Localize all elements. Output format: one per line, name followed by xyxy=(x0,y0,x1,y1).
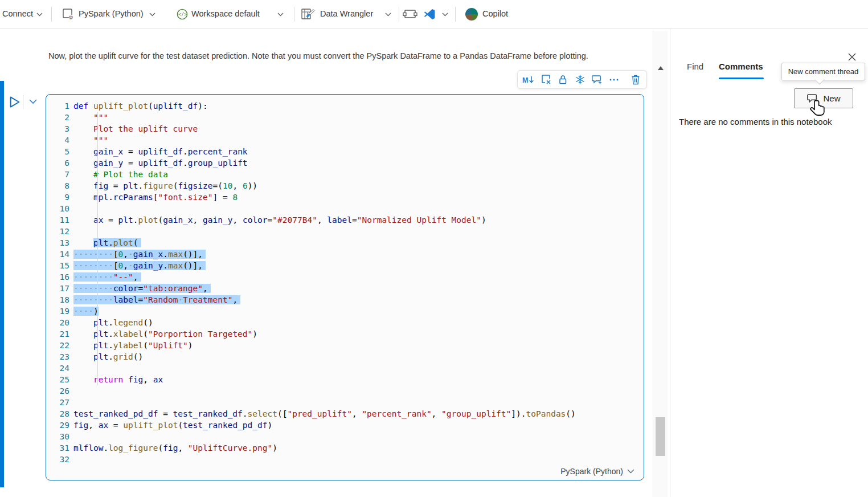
tab-find[interactable]: Find xyxy=(687,62,703,71)
code-line[interactable]: 28test_ranked_pd_df = test_ranked_df.sel… xyxy=(46,408,644,419)
code-line[interactable]: 11 ax = plt.plot(gain_x, gain_y, color="… xyxy=(46,214,644,226)
line-number: 30 xyxy=(46,431,69,442)
convert-to-markdown-icon[interactable]: M xyxy=(522,74,535,85)
notebook-toolbar: Connect ⚙ PySpark (Python) </> Workspace… xyxy=(0,0,868,28)
data-wrangler-icon xyxy=(301,7,316,21)
scroll-up-arrow-icon[interactable] xyxy=(658,66,664,70)
line-number: 2 xyxy=(46,112,69,123)
code-line[interactable]: 18········label="Random·Treatment", xyxy=(46,294,644,305)
line-number: 11 xyxy=(46,214,69,226)
freeze-cell-icon[interactable] xyxy=(574,74,586,85)
more-commands-icon[interactable] xyxy=(608,74,620,85)
code-line[interactable]: 25 return fig, ax xyxy=(46,374,644,385)
data-wrangler-menu[interactable]: Data Wrangler xyxy=(320,9,373,18)
chevron-down-icon[interactable] xyxy=(277,13,284,17)
copilot-menu[interactable]: Copilot xyxy=(482,9,508,18)
workspace-selector[interactable]: Workspace default xyxy=(191,9,260,18)
line-number: 18 xyxy=(46,294,69,305)
collapse-cell-chevron-icon[interactable] xyxy=(28,99,38,104)
chevron-down-icon[interactable] xyxy=(149,13,155,17)
chevron-down-icon[interactable] xyxy=(385,13,391,17)
code-line[interactable]: 26 xyxy=(46,385,644,397)
delete-cell-icon[interactable] xyxy=(629,74,642,85)
code-line-text xyxy=(69,385,73,397)
chevron-down-icon[interactable] xyxy=(36,13,43,17)
line-number: 6 xyxy=(46,157,69,169)
code-line[interactable]: 5 gain_x = uplift_df.percent_rank xyxy=(46,146,644,157)
close-panel-icon[interactable] xyxy=(846,51,858,63)
notebook-scrollbar[interactable] xyxy=(653,31,668,497)
code-line[interactable]: 16········"--", xyxy=(46,271,644,283)
code-line[interactable]: 12 xyxy=(46,226,644,237)
tab-comments[interactable]: Comments xyxy=(719,62,763,71)
active-tab-underline xyxy=(719,78,764,79)
code-line-text: ········[0,·gain_y.max()], xyxy=(69,260,206,271)
code-line[interactable]: 24 xyxy=(46,362,644,374)
scrollbar-thumb[interactable] xyxy=(656,417,665,456)
code-line-text: Plot the uplift curve xyxy=(69,123,198,135)
line-number: 3 xyxy=(46,123,69,135)
run-divider xyxy=(23,95,23,109)
lock-cell-icon[interactable] xyxy=(556,74,569,85)
code-line[interactable]: 6 gain_y = uplift_df.group_uplift xyxy=(46,157,644,169)
frame-icon[interactable] xyxy=(403,9,417,19)
code-line[interactable]: 29fig, ax = uplift_plot(test_ranked_pd_d… xyxy=(46,419,644,431)
line-number: 4 xyxy=(46,135,69,146)
code-line-text: test_ranked_pd_df = test_ranked_df.selec… xyxy=(69,408,576,419)
code-line-text: plt.legend() xyxy=(69,317,153,328)
code-line[interactable]: 3 Plot the uplift curve xyxy=(46,123,644,135)
code-line[interactable]: 23 plt.grid() xyxy=(46,351,644,362)
line-number: 16 xyxy=(46,271,69,283)
code-line[interactable]: 1def uplift_plot(uplift_df): xyxy=(46,100,644,112)
code-line[interactable]: 17········color="tab:orange", xyxy=(46,283,644,294)
code-line[interactable]: 14········[0,·gain_x.max()], xyxy=(46,248,644,260)
code-line-text: ········[0,·gain_x.max()], xyxy=(69,248,206,260)
cell-action-toolbar: M xyxy=(517,70,647,89)
workspace-icon: </> xyxy=(177,9,188,20)
code-line[interactable]: 2 """ xyxy=(46,112,644,123)
run-cell-button[interactable] xyxy=(9,96,21,108)
code-line[interactable]: 15········[0,·gain_y.max()], xyxy=(46,260,644,271)
code-line-text xyxy=(69,454,73,465)
code-line[interactable]: 20 plt.legend() xyxy=(46,317,644,328)
vscode-icon[interactable] xyxy=(423,8,436,21)
cell-language-selector[interactable]: PySpark (Python) xyxy=(560,467,634,476)
line-number: 25 xyxy=(46,374,69,385)
code-editor[interactable]: 1def uplift_plot(uplift_df):2 """3 Plot … xyxy=(46,95,644,465)
svg-text:</>: </> xyxy=(178,11,187,17)
code-line[interactable]: 4 """ xyxy=(46,135,644,146)
code-line-text: mlflow.log_figure(fig, "UpliftCurve.png"… xyxy=(69,442,277,454)
code-line[interactable]: 22 plt.ylabel("Uplift") xyxy=(46,340,644,351)
kernel-selector[interactable]: PySpark (Python) xyxy=(79,9,144,18)
code-line[interactable]: 7 # Plot the data xyxy=(46,169,644,180)
active-cell-indicator xyxy=(0,81,4,487)
code-line-text xyxy=(69,203,73,214)
connect-menu[interactable]: Connect xyxy=(2,9,33,18)
code-line-text: def uplift_plot(uplift_df): xyxy=(69,100,208,112)
code-line[interactable]: 9 mpl.rcParams["font.size"] = 8 xyxy=(46,192,644,203)
code-line[interactable]: 13 plt.plot( xyxy=(46,237,644,248)
svg-text:M: M xyxy=(522,76,528,84)
code-line[interactable]: 32 xyxy=(46,454,644,465)
indent-guide xyxy=(97,112,98,385)
code-line[interactable]: 30 xyxy=(46,431,644,442)
line-number: 12 xyxy=(46,226,69,237)
line-number: 8 xyxy=(46,180,69,192)
code-line[interactable]: 31mlflow.log_figure(fig, "UpliftCurve.pn… xyxy=(46,442,644,454)
line-number: 7 xyxy=(46,169,69,180)
panel-divider xyxy=(670,28,670,497)
code-cell[interactable]: 1def uplift_plot(uplift_df):2 """3 Plot … xyxy=(46,94,644,480)
code-line[interactable]: 27 xyxy=(46,397,644,408)
line-number: 31 xyxy=(46,442,69,454)
add-cell-comment-icon[interactable] xyxy=(591,74,603,85)
code-line-text: plt.ylabel("Uplift") xyxy=(69,340,193,351)
clear-outputs-icon[interactable] xyxy=(539,74,552,85)
code-line[interactable]: 21 plt.xlabel("Porportion Targeted") xyxy=(46,328,644,340)
line-number: 23 xyxy=(46,351,69,362)
code-line[interactable]: 10 xyxy=(46,203,644,214)
code-line[interactable]: 19····) xyxy=(46,305,644,317)
code-line[interactable]: 8 fig = plt.figure(figsize=(10, 6)) xyxy=(46,180,644,192)
chevron-down-icon xyxy=(627,469,634,474)
kernel-icon: ⚙ xyxy=(62,7,75,21)
chevron-down-icon[interactable] xyxy=(442,13,448,17)
